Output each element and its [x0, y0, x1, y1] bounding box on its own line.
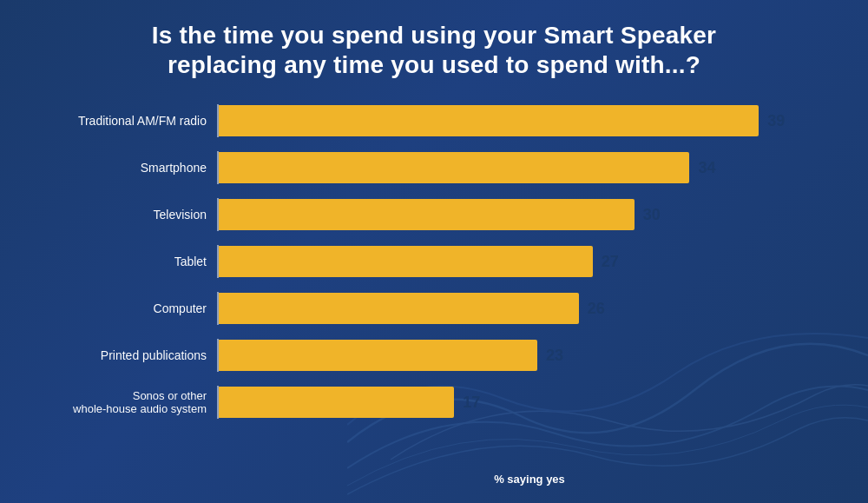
bar-track: 34 [217, 151, 842, 184]
bar-label: Printed publications [26, 348, 217, 363]
chart-area: Traditional AM/FM radio39Smartphone34Tel… [26, 98, 842, 467]
bar-value-label: 23 [546, 347, 563, 365]
chart-title: Is the time you spend using your Smart S… [26, 21, 842, 79]
bar-label: Computer [26, 301, 217, 316]
bar-row: Television30 [26, 192, 842, 237]
bar-row: Sonos or otherwhole-house audio system17 [26, 380, 842, 425]
bar-row: Tablet27 [26, 239, 842, 284]
bar-fill: 27 [219, 246, 593, 277]
bar-value-label: 27 [602, 253, 619, 271]
bar-track: 27 [217, 245, 842, 278]
bar-value-label: 34 [698, 159, 715, 177]
bar-value-label: 26 [588, 300, 605, 318]
bar-fill: 39 [219, 105, 759, 136]
bar-value-label: 30 [643, 206, 661, 224]
bar-label: Television [26, 208, 217, 222]
bar-value-label: 17 [463, 394, 480, 412]
bar-label: Tablet [26, 255, 217, 269]
x-axis-label: % saying yes [26, 473, 842, 486]
bar-track: 39 [217, 104, 842, 137]
bar-track: 26 [217, 292, 842, 325]
bar-fill: 23 [219, 340, 537, 371]
bar-row: Computer26 [26, 286, 842, 331]
bar-value-label: 39 [767, 112, 785, 130]
bar-track: 30 [217, 198, 842, 231]
bar-fill: 26 [219, 293, 579, 324]
title-line2: replacing any time you used to spend wit… [168, 51, 700, 78]
bar-row: Printed publications23 [26, 333, 842, 378]
bar-fill: 34 [219, 152, 689, 183]
title-line1: Is the time you spend using your Smart S… [152, 22, 716, 49]
bar-label: Traditional AM/FM radio [26, 114, 217, 129]
bar-row: Traditional AM/FM radio39 [26, 98, 842, 143]
bar-fill: 30 [219, 199, 635, 230]
bar-label: Smartphone [26, 161, 217, 175]
bar-label: Sonos or otherwhole-house audio system [26, 389, 217, 416]
bar-track: 17 [217, 386, 842, 419]
bar-fill: 17 [219, 387, 454, 418]
bar-track: 23 [217, 339, 842, 372]
bar-row: Smartphone34 [26, 145, 842, 190]
